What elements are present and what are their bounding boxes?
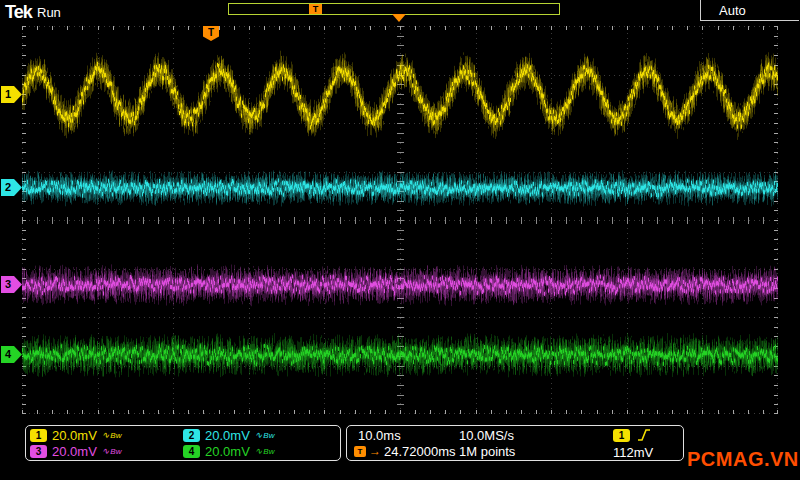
ch1-readout: 1 20.0mV ∿Bw xyxy=(30,428,183,443)
record-trigger-marker[interactable]: T xyxy=(309,4,322,14)
oscilloscope-screen: Tek Run T Auto T 1 2 3 4 1 20.0mV ∿Bw 2 … xyxy=(0,0,800,480)
channel-marker-4[interactable]: 4 xyxy=(1,346,22,363)
record-length-value: 1M points xyxy=(459,444,515,459)
ch3-coupling-bandwidth-icon: ∿Bw xyxy=(102,446,122,456)
trigger-mode-auto-label[interactable]: Auto xyxy=(719,3,746,18)
trigger-arrow-icon: → xyxy=(369,446,381,457)
ch2-readout: 2 20.0mV ∿Bw xyxy=(183,428,336,443)
trigger-t-icon: T xyxy=(354,446,366,457)
expansion-point-arrow-icon xyxy=(392,14,406,22)
graticule-canvas xyxy=(22,26,778,414)
waveform-display: T xyxy=(22,26,778,414)
trigger-source-badge: 1 xyxy=(613,429,630,442)
ch3-badge: 3 xyxy=(30,445,47,458)
ch3-scale-value: 20.0mV xyxy=(52,444,97,459)
trigger-level-value: 112mV xyxy=(613,445,653,460)
horizontal-trigger-readouts-box: 10.0ms 10.0MS/s T → 24.72000ms 1M points… xyxy=(346,425,684,461)
horizontal-scale-value: 10.0ms xyxy=(358,428,401,443)
ch2-coupling-bandwidth-icon: ∿Bw xyxy=(255,430,275,440)
ch4-readout: 4 20.0mV ∿Bw xyxy=(183,444,336,459)
ch4-scale-value: 20.0mV xyxy=(205,444,250,459)
sample-rate-value: 10.0MS/s xyxy=(459,428,514,443)
ch1-coupling-bandwidth-icon: ∿Bw xyxy=(102,430,122,440)
acquisition-state-label: Run xyxy=(37,5,61,20)
rising-edge-slope-icon xyxy=(637,428,651,442)
channel-marker-1[interactable]: 1 xyxy=(1,86,22,103)
trigger-position-value: 24.72000ms xyxy=(384,444,456,459)
ch2-badge: 2 xyxy=(183,429,200,442)
ch4-badge: 4 xyxy=(183,445,200,458)
pcmag-watermark: PCMAG.VN xyxy=(687,448,799,471)
channel-readouts-box: 1 20.0mV ∿Bw 2 20.0mV ∿Bw 3 20.0mV ∿Bw 4… xyxy=(25,425,341,461)
trigger-position-readout: T → 24.72000ms xyxy=(354,444,456,459)
channel-marker-2[interactable]: 2 xyxy=(1,179,22,196)
ch2-scale-value: 20.0mV xyxy=(205,428,250,443)
ch1-scale-value: 20.0mV xyxy=(52,428,97,443)
ch3-readout: 3 20.0mV ∿Bw xyxy=(30,444,183,459)
menu-corner-divider xyxy=(700,0,799,21)
channel-marker-3[interactable]: 3 xyxy=(1,276,22,293)
ch4-coupling-bandwidth-icon: ∿Bw xyxy=(255,446,275,456)
tek-logo: Tek xyxy=(5,2,32,23)
ch1-badge: 1 xyxy=(30,429,47,442)
